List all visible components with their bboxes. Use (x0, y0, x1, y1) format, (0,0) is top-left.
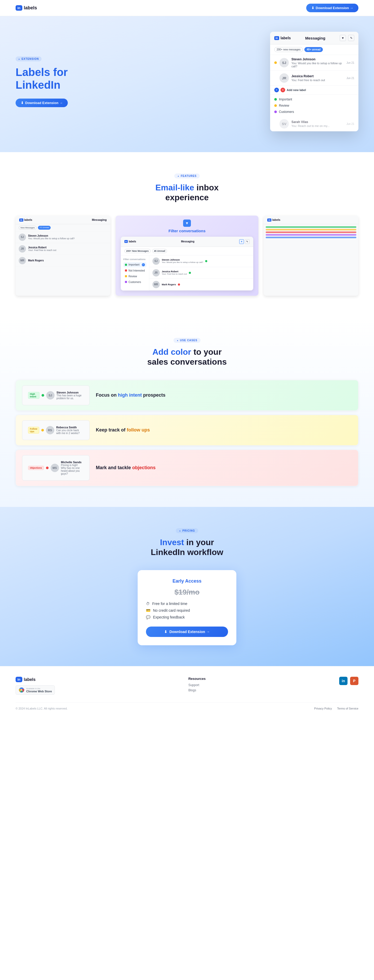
nav-download-button[interactable]: ⬇ Download Extension → (306, 4, 358, 12)
filter-dot-customers (125, 281, 127, 283)
pricing-original-price: $19/mo (146, 588, 228, 597)
right-labels (264, 224, 358, 240)
filter-icon[interactable]: ▼ (340, 35, 346, 41)
pricing-icon-3: 💬 (146, 615, 151, 619)
features-badge-text: FEATURES (174, 173, 200, 178)
footer-privacy-link[interactable]: Privacy Policy (314, 707, 332, 710)
pricing-download-button[interactable]: ⬇ Download Extension → (146, 627, 228, 637)
filter-tool-filter[interactable]: ▼ (239, 239, 244, 244)
mock-logo-box: in (274, 36, 279, 40)
download-icon: ⬇ (311, 6, 314, 10)
left-msg-2: JR Jessica Robert Your: Feel free to rea… (16, 243, 110, 255)
footer-links: Resources Support Blogs (188, 677, 206, 694)
pricing-feature-1: ⏱ Free for a limited time (146, 601, 228, 606)
footer-logo-box: in (16, 677, 22, 682)
filter-mock-title: Messaging (181, 240, 195, 243)
pricing-feature-3: 💬 Expecting feedback (146, 615, 228, 619)
hero-download-label: Download Extension → (25, 101, 63, 105)
label-item-important[interactable]: Important (274, 96, 354, 102)
filter-tool-edit[interactable]: ✎ (245, 239, 250, 244)
mock-msg-text-1: You: Would you like to setup a follow up… (292, 62, 344, 68)
filter-msg-2: JR Jessica Robert Your: Feel free to rea… (149, 267, 254, 279)
footer-terms-link[interactable]: Terms of Service (337, 707, 358, 710)
nav-logo: in labels (16, 5, 37, 11)
add-label-plus[interactable]: + (274, 88, 279, 92)
mock-msg-text-2: You: Feel free to reach out (292, 78, 344, 82)
chrome-web-store-badge[interactable]: Available in the Chrome Web Store (16, 685, 55, 695)
filter-option-customers[interactable]: Customers (124, 280, 146, 285)
logo-text: labels (24, 5, 37, 11)
linkedin-social-icon[interactable]: in (339, 677, 347, 685)
pricing-card: Early Access $19/mo ⏱ Free for a limited… (138, 570, 236, 645)
footer-bottom: © 2024 InLabels LLC. All rights reserved… (16, 703, 358, 710)
mock-avatar-4: SV (279, 119, 289, 129)
uc-mock-inner-2: Follow Ups RS Rebecca Smith Can you circ… (22, 420, 90, 440)
features-title: Email-like inbox experience (16, 183, 358, 203)
uc-mock-1: High Intent SJ Steven Johnson This has b… (22, 385, 90, 405)
chrome-badge-sub-text: Available in the (26, 687, 52, 690)
left-msg-3: MR Mark Rogers (16, 255, 110, 267)
mock-msg-date-1: Jun 21 (347, 61, 354, 64)
uc-mock-2: Follow Ups RS Rebecca Smith Can you circ… (22, 420, 90, 440)
filter-avatar-3: MR (152, 281, 160, 288)
mock-msg-content-4: Sarah Vilas You: Reach out to me on my..… (292, 120, 344, 127)
use-cases-section: USE CASES Add color to your sales conver… (0, 317, 374, 507)
filter-option-not-interested[interactable]: Not Interested (124, 268, 146, 273)
mock-message-2[interactable]: JR Jessica Robert You: Feel free to reac… (270, 71, 358, 86)
pricing-features-list: ⏱ Free for a limited time 💳 No credit ca… (146, 601, 228, 619)
mock-message-4[interactable]: SV Sarah Vilas You: Reach out to me on m… (270, 116, 358, 131)
left-msg-content-3: Mark Rogers (28, 259, 44, 262)
pricing-icon-2: 💳 (146, 608, 151, 612)
uc-name-3: Michelle Sands (61, 461, 84, 464)
label-green-dot (274, 98, 277, 101)
filter-text-customers: Customers (128, 281, 141, 283)
hero-download-button[interactable]: ⬇ Download Extension → (16, 99, 68, 107)
uc-desc-part1-2: Keep track of (96, 427, 127, 433)
add-label-x[interactable]: × (280, 88, 285, 92)
uc-text-3: Pricing is high! Why has no one heard ab… (61, 464, 84, 475)
uc-highlight-1: high intent (118, 393, 142, 398)
footer-link-blogs[interactable]: Blogs (188, 689, 206, 692)
mock-title: Messaging (305, 36, 325, 40)
filter-dot-not-interested (125, 269, 127, 272)
new-messages-badge: 200+ new messages (274, 47, 303, 52)
mock-message-1[interactable]: SJ Steven Johnson You: Would you like to… (270, 55, 358, 71)
use-cases-badge-text: USE CASES (173, 338, 201, 343)
uc-tag-objections: Objections (28, 466, 44, 470)
filter-text-important: Important (128, 263, 139, 266)
feature-filter-icon: ▼ (121, 221, 254, 226)
label-menu: Important Review Customers (270, 95, 358, 116)
left-mock-logo: inlabels (19, 218, 32, 221)
mock-msg-content-1: Steven Johnson You: Would you like to se… (292, 57, 344, 68)
uc-tag-high-intent: High Intent (28, 392, 40, 399)
uc-msg-2: Rebecca Smith Can you circle back with m… (56, 426, 84, 434)
footer-link-support[interactable]: Support (188, 683, 206, 687)
mock-msg-date-4: Jun 21 (347, 123, 354, 126)
uc-row-1: High Intent SJ Steven Johnson This has b… (25, 388, 87, 402)
navbar: in labels ⬇ Download Extension → (0, 0, 374, 16)
filter-mock-tools: ▼ ✎ (239, 239, 250, 244)
filter-msg-name-3: Mark Rogers (162, 283, 176, 286)
uc-mock-inner-3: Objections MS Michelle Sands Pricing is … (22, 455, 90, 480)
filter-msg-content-2: Jessica Robert Your: Feel free to reach … (162, 270, 187, 275)
pricing-download-label: Download Extension → (170, 630, 210, 634)
uc-dot-red (46, 466, 49, 469)
filter-msg-content-1: Steven Johnson You: Would you like to se… (162, 259, 203, 264)
label-item-customers[interactable]: Customers (274, 109, 354, 115)
nav-download-label: Download Extension → (316, 6, 353, 10)
filter-option-review[interactable]: Review (124, 274, 146, 279)
edit-icon[interactable]: ✎ (348, 35, 354, 41)
filter-option-important[interactable]: Important (124, 262, 146, 267)
label-item-review[interactable]: Review (274, 102, 354, 109)
chrome-badge-main-text: Chrome Web Store (26, 690, 52, 693)
mock-avatar-1: SJ (279, 58, 289, 67)
left-mock-badges: New Messages +5 Unread (16, 224, 110, 231)
producthunt-social-icon[interactable]: P (350, 677, 358, 685)
filter-logo-box: in (124, 240, 128, 243)
right-label-2 (266, 229, 357, 231)
pricing-feature-text-2: No credit card required (153, 608, 190, 612)
add-label-row[interactable]: + × Add new label (270, 86, 358, 95)
filter-icon-box: ▼ (183, 220, 191, 227)
right-label-1 (266, 226, 357, 228)
small-avatar-2: JR (19, 245, 26, 253)
